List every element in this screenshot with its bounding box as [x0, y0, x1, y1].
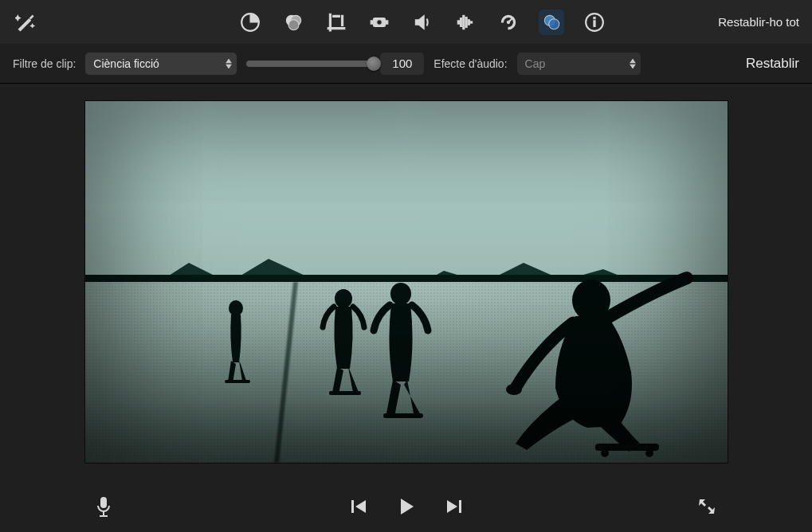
stabilize-icon[interactable]: [367, 10, 392, 35]
next-frame-icon[interactable]: [445, 498, 463, 515]
chevron-updown-icon: [226, 58, 232, 68]
svg-rect-34: [351, 500, 354, 513]
filter-controls: Filtre de clip: Ciència ficció 100 Efect…: [0, 44, 812, 84]
top-toolbar: Restablir-ho tot: [0, 0, 812, 44]
svg-rect-19: [593, 17, 594, 18]
clip-filter-dropdown[interactable]: Ciència ficció: [85, 53, 237, 75]
audio-effect-value: Cap: [525, 57, 546, 70]
video-preview[interactable]: [85, 101, 728, 463]
svg-point-7: [376, 19, 382, 25]
svg-rect-18: [593, 20, 594, 26]
play-icon[interactable]: [396, 496, 417, 517]
crop-icon[interactable]: [324, 10, 349, 35]
svg-rect-8: [457, 20, 459, 23]
clip-filter-value: Ciència ficció: [93, 57, 159, 70]
previous-frame-icon[interactable]: [350, 498, 367, 515]
info-icon[interactable]: [582, 10, 607, 35]
preview-area: [0, 84, 812, 480]
color-balance-icon[interactable]: [237, 10, 263, 35]
enhance-icon[interactable]: [13, 10, 38, 35]
playback-bar: [0, 480, 812, 532]
svg-point-14: [507, 21, 509, 23]
svg-point-16: [548, 18, 559, 29]
svg-rect-5: [371, 20, 373, 23]
svg-rect-35: [459, 500, 461, 513]
voiceover-icon[interactable]: [96, 496, 112, 517]
svg-rect-33: [100, 515, 108, 517]
color-correction-icon[interactable]: [280, 10, 306, 35]
clip-filter-label: Filtre de clip:: [13, 57, 76, 70]
svg-rect-13: [470, 21, 472, 22]
chevron-updown-icon: [630, 58, 636, 68]
volume-icon[interactable]: [410, 10, 435, 35]
intensity-value[interactable]: 100: [380, 53, 424, 75]
svg-rect-12: [468, 19, 469, 25]
fullscreen-icon[interactable]: [697, 497, 716, 516]
svg-rect-6: [385, 20, 387, 23]
svg-point-3: [288, 19, 299, 29]
audio-effect-label: Efecte d'àudio:: [433, 57, 507, 70]
reset-all-button[interactable]: Restablir-ho tot: [718, 15, 799, 29]
noise-reduction-icon[interactable]: [453, 10, 478, 35]
filters-icon[interactable]: [539, 10, 564, 35]
svg-rect-11: [465, 17, 467, 27]
intensity-slider[interactable]: [246, 61, 374, 67]
audio-effect-dropdown[interactable]: Cap: [517, 53, 641, 75]
svg-rect-9: [460, 18, 461, 26]
reset-button[interactable]: Restablir: [746, 56, 799, 72]
speed-icon[interactable]: [496, 10, 521, 35]
svg-rect-31: [100, 497, 107, 508]
svg-rect-10: [462, 15, 464, 29]
svg-rect-32: [103, 511, 104, 515]
